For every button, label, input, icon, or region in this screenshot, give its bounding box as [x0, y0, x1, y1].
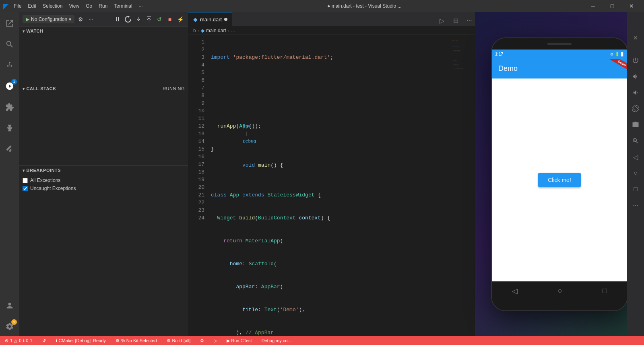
device-screenshot-btn[interactable]: [629, 118, 642, 131]
signal-status-icon: ▊: [621, 52, 624, 56]
hot-reload-btn[interactable]: ⚡: [176, 15, 185, 24]
step-into-btn[interactable]: [134, 15, 143, 24]
menu-view[interactable]: View: [66, 2, 82, 10]
menu-more[interactable]: ···: [136, 2, 145, 10]
code-line-11: appBar: AppBar(: [208, 283, 451, 291]
breakpoints-content: All Exceptions Uncaught Exceptions: [19, 175, 188, 194]
status-run[interactable]: ▷: [212, 336, 219, 345]
code-editor[interactable]: 12345 678910 1112131415 1617181920 21222…: [188, 35, 475, 336]
svg-text:return MaterialApp(: return MaterialApp(: [454, 68, 464, 70]
recents-nav-btn[interactable]: □: [603, 287, 607, 295]
device-back-btn[interactable]: ◁: [629, 151, 642, 163]
build-icon: ⚙: [167, 338, 171, 343]
more-btn[interactable]: ···: [87, 15, 95, 24]
device-close-btn[interactable]: ✕: [629, 31, 642, 44]
step-over-btn[interactable]: [124, 15, 132, 24]
status-errors[interactable]: ⊗ 1 △ 0 ℹ 0 1: [3, 336, 34, 345]
menu-file[interactable]: File: [11, 2, 24, 10]
activity-source-control[interactable]: [0, 56, 19, 75]
click-me-button[interactable]: Click me!: [538, 173, 581, 187]
code-line-1: import 'package:flutter/material.dart';: [208, 54, 451, 61]
home-nav-btn[interactable]: ○: [558, 287, 562, 295]
menu-selection[interactable]: Selection: [40, 2, 65, 10]
status-sync[interactable]: ↺: [41, 336, 47, 345]
device-more-btn[interactable]: ···: [629, 199, 642, 212]
callstack-header[interactable]: ▾ CALL STACK RUNNING: [19, 84, 188, 93]
close-btn[interactable]: ✕: [622, 0, 641, 12]
activity-flutter[interactable]: [0, 139, 19, 159]
callstack-status: RUNNING: [163, 86, 185, 91]
maximize-btn[interactable]: □: [603, 0, 621, 12]
breadcrumb-repo[interactable]: b: [193, 28, 196, 33]
device-rotate-btn[interactable]: [629, 102, 642, 115]
code-line-9: return MaterialApp(: [208, 237, 451, 245]
more-actions-btn[interactable]: ···: [464, 15, 475, 26]
back-nav-btn[interactable]: ◁: [512, 287, 518, 295]
gear-btn[interactable]: ⚙: [76, 15, 85, 24]
device-volume-down-btn[interactable]: [629, 86, 642, 99]
breadcrumb-symbol[interactable]: ...: [231, 28, 235, 33]
device-power-btn[interactable]: [629, 54, 642, 67]
breakpoints-header[interactable]: ▾ BREAKPOINTS: [19, 166, 188, 175]
menu-run[interactable]: Run: [96, 2, 110, 10]
split-editor-btn[interactable]: ⊟: [450, 15, 461, 26]
status-kit[interactable]: ⚙ % No Kit Selected: [114, 336, 159, 345]
svg-text:runApp(App());: runApp(App());: [453, 50, 461, 52]
kit-icon: ⚙: [116, 338, 120, 343]
status-build[interactable]: ⚙ Build [all]: [165, 336, 192, 345]
all-exceptions-label: All Exceptions: [30, 178, 60, 183]
watch-header[interactable]: ▾ WATCH: [19, 27, 188, 35]
restart-btn[interactable]: ↺: [155, 15, 164, 24]
status-cmake[interactable]: ℹ CMake: [Debug]: Ready: [54, 336, 107, 345]
menu-edit[interactable]: Edit: [25, 2, 39, 10]
vscode-logo: ◤: [3, 2, 8, 10]
demo-badge: Demo: [610, 59, 627, 72]
activity-accounts[interactable]: [0, 296, 19, 315]
activity-extensions[interactable]: [0, 97, 19, 117]
pause-btn[interactable]: ⏸: [113, 15, 122, 24]
debug-link[interactable]: Debug: [243, 139, 256, 144]
device-home-btn[interactable]: ○: [629, 167, 642, 180]
phone-top-bar: [492, 38, 627, 50]
activity-run[interactable]: 1: [0, 76, 19, 96]
menu-go[interactable]: Go: [83, 2, 95, 10]
activity-test[interactable]: [0, 118, 19, 138]
svg-text:class App {: class App {: [452, 60, 458, 62]
all-exceptions-checkbox[interactable]: [23, 178, 28, 183]
play-icon: ▶: [26, 17, 29, 22]
activity-explorer[interactable]: [0, 14, 19, 33]
status-run-ctest[interactable]: ▶ Run CTest: [225, 336, 253, 345]
svg-text:import 'pkg';: import 'pkg';: [452, 40, 458, 41]
phone-app-bar: Demo Demo: [492, 59, 627, 79]
code-line-2: [208, 76, 451, 84]
watch-content: [19, 35, 188, 84]
device-zoom-btn[interactable]: [629, 134, 642, 147]
code-content[interactable]: import 'package:flutter/material.dart'; …: [208, 35, 451, 336]
msg-count: 1: [30, 338, 32, 343]
status-debug[interactable]: Debug my co...: [260, 336, 293, 345]
code-line-6: [208, 168, 451, 176]
watch-chevron: ▾: [23, 29, 25, 33]
debug-config-selector[interactable]: ▶ No Configuration ▾: [23, 15, 74, 23]
status-gear[interactable]: ⚙: [198, 336, 206, 345]
minimize-btn[interactable]: ─: [584, 0, 602, 12]
step-out-btn[interactable]: [144, 15, 153, 24]
sync-icon: ↺: [42, 338, 46, 343]
run-without-debug-btn[interactable]: ▷: [436, 15, 448, 26]
uncaught-exceptions-checkbox[interactable]: [23, 186, 28, 191]
stop-btn[interactable]: ■: [165, 15, 174, 24]
info-count: ℹ 0: [23, 338, 28, 343]
device-volume-up-btn[interactable]: [629, 70, 642, 83]
device-minimize-btn[interactable]: ─: [629, 15, 642, 28]
breadcrumb-filename[interactable]: main.dart: [206, 28, 226, 33]
activity-settings[interactable]: 1: [0, 317, 19, 336]
breadcrumb: b › ◆ main.dart › ...: [188, 26, 475, 35]
menu-terminal[interactable]: Terminal: [111, 2, 134, 10]
tab-main-dart[interactable]: ◆ main.dart: [188, 12, 232, 26]
activity-search[interactable]: [0, 35, 19, 54]
run-icon: ▷: [214, 338, 217, 343]
watch-label: WATCH: [27, 29, 43, 33]
phone-nav-bar: ◁ ○ □: [492, 281, 627, 301]
device-square-btn[interactable]: □: [629, 183, 642, 196]
breakpoints-section: ▾ BREAKPOINTS All Exceptions Uncaught Ex…: [19, 166, 188, 336]
